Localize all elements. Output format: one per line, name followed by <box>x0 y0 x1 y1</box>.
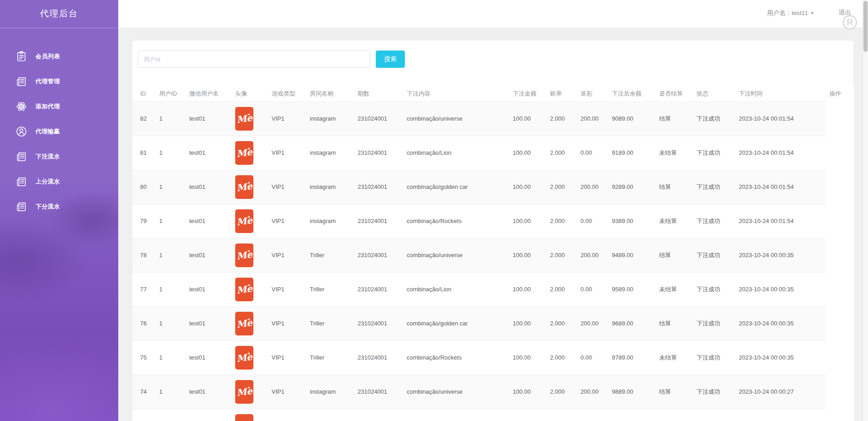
cell-room <box>306 409 354 421</box>
sidebar-item-4[interactable]: 代理输赢 <box>0 119 118 144</box>
sidebar-item-2[interactable]: 代理管理 <box>0 69 118 94</box>
cell-avatar: Me✦ <box>232 101 268 136</box>
cell-amount: 100.00 <box>509 306 546 340</box>
column-header: 状态 <box>693 86 735 101</box>
cell-game: VIP1 <box>268 238 306 272</box>
cell-balance: 9389.00 <box>608 204 656 238</box>
sidebar-item-7[interactable]: 下分流水 <box>0 194 118 219</box>
table-row: 761test01Me✦VIP1Triller231024001combinaç… <box>132 306 854 340</box>
cell-id: 77 <box>132 272 156 306</box>
table-row: 751test01Me✦VIP1Triller231024001combinaç… <box>132 340 854 375</box>
cell-payout: 0.00 <box>577 136 608 170</box>
cell-room: instagram <box>306 101 354 136</box>
cell-content: combinação/golden car <box>403 170 509 204</box>
cell-content: combinação/golden car <box>403 306 509 340</box>
atom-icon <box>15 100 28 113</box>
sidebar-item-6[interactable]: 上分流水 <box>0 169 118 194</box>
cell-wechat <box>186 409 232 421</box>
cell-time <box>735 409 826 421</box>
cell-wechat: test01 <box>186 340 232 375</box>
cell-avatar: Me✦ <box>232 204 268 238</box>
column-header: 派彩 <box>577 86 608 101</box>
cell-settled: 未结算 <box>656 204 693 238</box>
sidebar-item-1[interactable]: 会员列表 <box>0 44 118 69</box>
cell-avatar: Me✦ <box>232 340 268 375</box>
cell-amount: 100.00 <box>509 340 546 375</box>
cell-action <box>826 306 854 340</box>
cell-amount: 100.00 <box>509 375 546 409</box>
cell-game: VIP1 <box>268 170 306 204</box>
cell-wechat: test01 <box>186 272 232 306</box>
cell-period: 231024001 <box>354 170 403 204</box>
table-row: 801test01Me✦VIP1instagram231024001combin… <box>132 170 854 204</box>
cell-id <box>132 409 156 421</box>
sidebar-item-3[interactable]: 添加代理 <box>0 94 118 119</box>
cell-id: 74 <box>132 375 156 409</box>
table-header-row: ID用户ID微信用户名头像游戏类型房间名称期数下注内容下注金额赔率派彩下注后余额… <box>132 86 854 101</box>
cell-wechat: test01 <box>186 375 232 409</box>
cell-uid <box>156 409 186 421</box>
cell-balance: 9289.00 <box>608 170 656 204</box>
cell-content: combinação/Lion <box>403 272 509 306</box>
news-icon <box>15 150 28 163</box>
cell-content: combinação/Rockets <box>403 204 509 238</box>
content-card: 搜索 ID用户ID微信用户名头像游戏类型房间名称期数下注内容下注金额赔率派彩下注… <box>132 40 854 421</box>
cell-balance: 9889.00 <box>608 375 656 409</box>
cell-action <box>826 204 854 238</box>
cell-uid: 1 <box>156 375 186 409</box>
cell-payout: 0.00 <box>577 204 608 238</box>
cell-balance: 9689.00 <box>608 306 656 340</box>
cell-settled: 未结算 <box>656 340 693 375</box>
table-row: 741test01Me✦VIP1instagram231024001combin… <box>132 375 854 409</box>
cell-settled: 未结算 <box>656 136 693 170</box>
cell-room: Triller <box>306 340 354 375</box>
column-header: 游戏类型 <box>268 86 306 101</box>
sidebar-item-label: 会员列表 <box>35 52 60 61</box>
cell-id: 78 <box>132 238 156 272</box>
sidebar-item-label: 上分流水 <box>35 178 60 186</box>
cell-game: VIP1 <box>268 204 306 238</box>
column-header: 用户ID <box>156 86 186 101</box>
username-dropdown[interactable]: 用户名：test11▼ <box>767 9 814 17</box>
vertical-scrollbar[interactable] <box>863 0 868 421</box>
registered-r-logo: R <box>843 15 857 30</box>
cell-time: 2023-10-24 00:00:35 <box>735 272 826 306</box>
news-icon <box>15 175 28 188</box>
sidebar-item-5[interactable]: 下注流水 <box>0 144 118 169</box>
table-row: 791test01Me✦VIP1instagram231024001combin… <box>132 204 854 238</box>
sidebar: 代理后台 会员列表代理管理添加代理代理输赢下注流水上分流水下分流水 <box>0 0 118 421</box>
cell-time: 2023-10-24 00:00:27 <box>735 375 826 409</box>
cell-room: instagram <box>306 170 354 204</box>
cell-amount: 100.00 <box>509 170 546 204</box>
sparkle-icon: ✦ <box>247 215 251 219</box>
scrollbar-thumb[interactable] <box>863 1 868 52</box>
app-title: 代理后台 <box>0 0 118 28</box>
search-input[interactable] <box>138 51 370 68</box>
cell-odds: 2.000 <box>546 170 577 204</box>
cell-time: 2023-10-24 00:00:35 <box>735 306 826 340</box>
wechat-avatar: Me✦ <box>235 380 253 404</box>
cell-settled: 结算 <box>656 375 693 409</box>
cell-balance <box>608 409 656 421</box>
cell-id: 75 <box>132 340 156 375</box>
cell-payout: 200.00 <box>577 375 608 409</box>
wechat-avatar: Me✦ <box>235 107 253 131</box>
cell-uid: 1 <box>156 272 186 306</box>
cell-period: 231024001 <box>354 204 403 238</box>
search-button[interactable]: 搜索 <box>376 51 405 68</box>
cell-odds: 2.000 <box>546 136 577 170</box>
chevron-down-icon: ▼ <box>810 11 814 15</box>
cell-room: instagram <box>306 375 354 409</box>
sidebar-item-label: 下分流水 <box>35 203 60 211</box>
cell-id: 82 <box>132 101 156 136</box>
cell-period: 231024001 <box>354 306 403 340</box>
cell-uid: 1 <box>156 170 186 204</box>
cell-payout: 0.00 <box>577 340 608 375</box>
sparkle-icon: ✦ <box>247 385 251 390</box>
cell-time: 2023-10-24 00:01:54 <box>735 101 826 136</box>
cell-game: VIP1 <box>268 340 306 375</box>
sparkle-icon: ✦ <box>247 147 251 151</box>
cell-avatar: Me✦ <box>232 306 268 340</box>
records-table: ID用户ID微信用户名头像游戏类型房间名称期数下注内容下注金额赔率派彩下注后余额… <box>132 86 854 421</box>
cell-balance: 9089.00 <box>608 101 656 136</box>
